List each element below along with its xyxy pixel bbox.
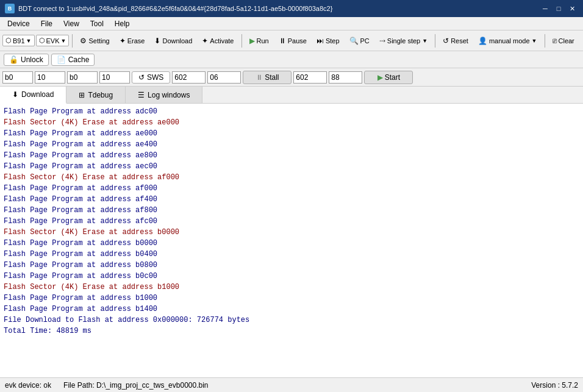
stall-button[interactable]: ⏸ Stall xyxy=(243,71,292,84)
sep2 xyxy=(241,34,242,48)
version: Version : 5.7.2 xyxy=(531,381,578,390)
minimize-button[interactable]: ─ xyxy=(539,3,551,14)
log-line: Flash Page Program at address adc00 xyxy=(4,106,579,117)
log-area[interactable]: Flash Page Program at address adc00Flash… xyxy=(0,104,583,377)
pause-label: Pause xyxy=(288,37,307,45)
b91-chevron: ▼ xyxy=(26,38,32,44)
log-line: Flash Page Program at address b0c00 xyxy=(4,271,579,282)
reset-icon: ↺ xyxy=(443,37,449,45)
run-button[interactable]: ▶ Run xyxy=(245,34,273,48)
activate-button[interactable]: ✦ Activate xyxy=(198,34,238,48)
manual-mode-label: manual mode xyxy=(489,37,530,45)
clear-icon: ⎚ xyxy=(553,37,557,45)
input-field-6[interactable] xyxy=(207,71,241,84)
step-label: Step xyxy=(326,37,340,45)
log-line: Flash Page Program at address afc00 xyxy=(4,216,579,227)
clear-button[interactable]: ⎚ Clear xyxy=(548,34,579,48)
log-line: Flash Sector (4K) Erase at address af000 xyxy=(4,172,579,183)
input-field-8[interactable] xyxy=(329,71,362,84)
b91-icon: ⬡ xyxy=(5,37,12,45)
cache-button[interactable]: 📄 Cache xyxy=(51,54,95,66)
download-label: Download xyxy=(162,37,192,45)
tdebug-tab-label: Tdebug xyxy=(88,91,113,99)
input-field-3[interactable] xyxy=(67,71,98,84)
log-line: Flash Page Program at address aec00 xyxy=(4,161,579,172)
maximize-button[interactable]: □ xyxy=(553,3,565,14)
clear-label: Clear xyxy=(559,37,574,45)
single-step-label: Single step xyxy=(387,37,420,45)
log-line: Flash Page Program at address af400 xyxy=(4,194,579,205)
start-icon: ▶ xyxy=(377,73,383,82)
log-line: Flash Page Program at address af800 xyxy=(4,205,579,216)
lock-cache-bar: 🔓 Unlock 📄 Cache xyxy=(0,51,583,68)
window-title: BDT connect to 1:usb#vid_248a&pid_8266#6… xyxy=(18,5,332,12)
log-line: Flash Sector (4K) Erase at address b0000 xyxy=(4,227,579,238)
evk-chevron: ▼ xyxy=(61,38,66,44)
input-field-1[interactable] xyxy=(2,71,33,84)
evk-group: ⬡ EVK ▼ xyxy=(36,35,70,46)
evk-icon: ⬡ xyxy=(39,37,45,45)
log-line: Flash Page Program at address ae800 xyxy=(4,150,579,161)
b91-label: B91 xyxy=(13,37,25,45)
run-label: Run xyxy=(257,37,269,45)
menu-device[interactable]: Device xyxy=(2,18,35,29)
manual-mode-icon: 👤 xyxy=(478,37,487,45)
download-tab-icon: ⬇ xyxy=(12,90,18,99)
setting-icon: ⚙ xyxy=(80,37,87,45)
start-button[interactable]: ▶ Start xyxy=(364,71,413,84)
manual-mode-chevron: ▼ xyxy=(532,38,537,44)
close-button[interactable]: ✕ xyxy=(566,3,578,14)
unlock-button[interactable]: 🔓 Unlock xyxy=(4,54,49,66)
cache-label: Cache xyxy=(68,55,90,64)
input-field-7[interactable] xyxy=(293,71,327,84)
setting-label: Setting xyxy=(88,37,109,45)
menu-help[interactable]: Help xyxy=(110,18,135,29)
log-line: Flash Sector (4K) Erase at address b1000 xyxy=(4,282,579,293)
reset-button[interactable]: ↺ Reset xyxy=(438,34,473,48)
log-line: Flash Page Program at address b0800 xyxy=(4,260,579,271)
menu-tool[interactable]: Tool xyxy=(85,18,109,29)
step-button[interactable]: ⏭ Step xyxy=(312,34,344,48)
tab-tdebug[interactable]: ⊞ Tdebug xyxy=(66,87,126,103)
b91-dropdown[interactable]: ⬡ B91 ▼ xyxy=(2,35,35,46)
sws-button[interactable]: ↺ SWS xyxy=(132,71,170,84)
sep3 xyxy=(435,34,435,48)
log-line: Flash Page Program at address ae000 xyxy=(4,128,579,139)
single-step-dropdown[interactable]: ⤑ Single step ▼ xyxy=(375,34,432,48)
setting-button[interactable]: ⚙ Setting xyxy=(76,34,113,48)
tab-download[interactable]: ⬇ Download xyxy=(0,87,66,104)
pause-icon: ⏸ xyxy=(279,37,286,45)
erase-icon: ✦ xyxy=(120,37,126,45)
cache-icon: 📄 xyxy=(57,55,66,64)
log-line: Flash Page Program at address ae400 xyxy=(4,139,579,150)
unlock-icon: 🔓 xyxy=(9,55,18,64)
input-row: ↺ SWS ⏸ Stall ▶ Start xyxy=(0,68,583,87)
app-icon: B xyxy=(5,4,15,13)
title-bar: B BDT connect to 1:usb#vid_248a&pid_8266… xyxy=(0,0,583,17)
log-tab-label: Log windows xyxy=(148,91,190,99)
sws-label: SWS xyxy=(147,73,163,82)
download-tab-label: Download xyxy=(21,90,54,99)
menu-file[interactable]: File xyxy=(36,18,57,29)
title-bar-left: B BDT connect to 1:usb#vid_248a&pid_8266… xyxy=(5,4,332,13)
tab-log[interactable]: ☰ Log windows xyxy=(126,87,202,103)
single-step-icon: ⤑ xyxy=(379,37,385,45)
log-tab-icon: ☰ xyxy=(138,91,145,99)
run-icon: ▶ xyxy=(249,37,255,45)
input-field-5[interactable] xyxy=(172,71,206,84)
download-button[interactable]: ⬇ Download xyxy=(150,34,196,48)
menu-bar: Device File View Tool Help xyxy=(0,17,583,30)
sep1 xyxy=(72,34,73,48)
single-step-chevron: ▼ xyxy=(422,38,427,44)
status-left: evk device: ok File Path: D:\_img_proj_c… xyxy=(5,381,209,390)
evk-dropdown[interactable]: ⬡ EVK ▼ xyxy=(36,35,70,46)
pause-button[interactable]: ⏸ Pause xyxy=(274,34,311,48)
menu-view[interactable]: View xyxy=(59,18,84,29)
input-field-2[interactable] xyxy=(35,71,65,84)
erase-button[interactable]: ✦ Erase xyxy=(115,34,149,48)
manual-mode-dropdown[interactable]: 👤 manual mode ▼ xyxy=(474,34,542,48)
log-line: File Download to Flash at address 0x0000… xyxy=(4,315,579,326)
pc-icon: 🔍 xyxy=(349,37,359,45)
pc-button[interactable]: 🔍 PC xyxy=(345,34,374,48)
input-field-4[interactable] xyxy=(99,71,130,84)
